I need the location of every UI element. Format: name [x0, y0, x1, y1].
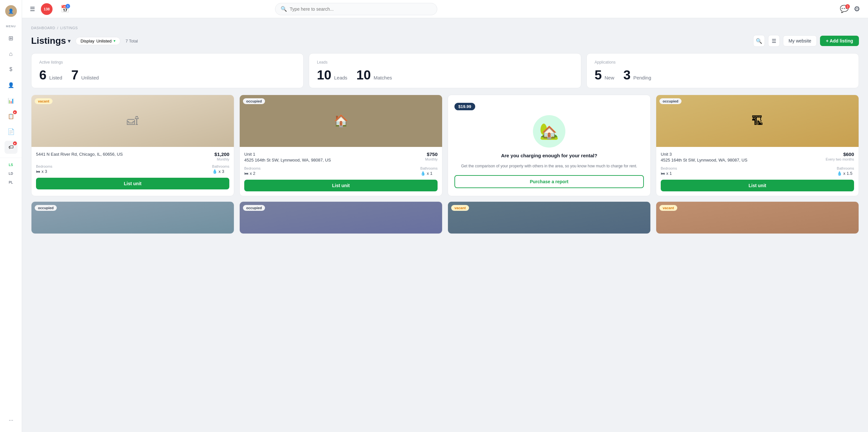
- add-listing-button[interactable]: + Add listing: [820, 36, 859, 46]
- breadcrumb-current: LISTINGS: [60, 26, 78, 30]
- active-listings-title: Active listings: [39, 60, 296, 65]
- bedrooms-group-2: Bedrooms 🛏 x 2: [244, 166, 260, 176]
- page-title-chevron[interactable]: ▾: [68, 38, 70, 44]
- unlisted-stat: 7 Unlisted: [71, 68, 99, 82]
- bathrooms-group-2: Bathrooms 💧 x 1: [421, 166, 438, 176]
- applications-title: Applications: [595, 60, 851, 65]
- sidebar-listings-badge: ●: [13, 142, 17, 145]
- listing-body-1: 5441 N East River Rd, Chicago, IL, 60656…: [31, 147, 234, 194]
- bottom-card-4: vacant: [656, 202, 859, 234]
- leads-values: 10 Leads 10 Matches: [317, 68, 573, 82]
- listing-body-4: Unit 3 4525 164th St SW, Lynnwood, WA, 9…: [656, 147, 859, 196]
- sidebar-item-home[interactable]: ⌂: [4, 48, 18, 60]
- bathrooms-group-4: Bathrooms 💧 x 1.5: [837, 166, 854, 176]
- breadcrumb-dashboard[interactable]: DASHBOARD: [31, 26, 55, 30]
- settings-button[interactable]: ⚙: [854, 5, 860, 13]
- display-label: Display: [81, 39, 94, 43]
- search-toggle-button[interactable]: 🔍: [753, 35, 765, 47]
- avatar[interactable]: 👤: [5, 5, 17, 17]
- alert-button[interactable]: 138: [40, 3, 53, 16]
- sidebar-item-finance[interactable]: $: [4, 63, 18, 76]
- shortcut-ls[interactable]: LS: [9, 162, 13, 168]
- promo-price-badge: $19.99: [455, 103, 475, 110]
- menu-label: MENU: [6, 25, 16, 28]
- bottom-badge-3: vacant: [451, 205, 469, 211]
- listing-price-amount-1: $1,200: [214, 151, 229, 157]
- shortcut-ld[interactable]: LD: [9, 171, 13, 177]
- bathrooms-label-1: Bathrooms: [212, 164, 229, 168]
- bottom-badge-2: occupied: [243, 205, 265, 211]
- bottom-card-3: vacant: [447, 202, 651, 234]
- page-title: Listings ▾: [31, 36, 70, 46]
- bathrooms-label-4: Bathrooms: [837, 166, 854, 170]
- listing-details-4: Bedrooms 🛏 x 1 Bathrooms 💧 x 1.5: [661, 166, 854, 176]
- sidebar-item-analytics[interactable]: 📊: [4, 94, 18, 107]
- listed-label: Listed: [49, 75, 62, 81]
- sidebar-item-alert[interactable]: 📋 ●: [4, 110, 18, 123]
- search-icon: 🔍: [281, 6, 287, 12]
- listing-details-2: Bedrooms 🛏 x 2 Bathrooms 💧 x 1: [244, 166, 438, 176]
- my-website-button[interactable]: My website: [783, 35, 817, 47]
- new-count: 5: [595, 68, 602, 82]
- list-unit-button-2[interactable]: List unit: [244, 180, 438, 191]
- list-unit-button-4[interactable]: List unit: [661, 180, 854, 191]
- listings-grid: ➜ 🛋 vacant 5441 N East River Rd, Chicago…: [31, 95, 859, 196]
- page-header-left: Listings ▾ Display Unlisted ▾ 7 Total: [31, 36, 138, 46]
- listing-badge-1: vacant: [35, 98, 53, 104]
- listing-address-2: Unit 1 4525 164th St SW, Lynnwood, WA, 9…: [244, 151, 331, 163]
- bathrooms-value-2: 💧 x 1: [421, 171, 438, 176]
- shortcut-pl[interactable]: PL: [9, 179, 13, 186]
- left-nav: 👤 MENU ⊞ ⌂ $ 👤 📊 📋 ● 📄 🏷 ● LS LD PL ⋯: [0, 0, 22, 432]
- sidebar-badge: ●: [13, 110, 17, 114]
- sidebar-item-documents[interactable]: 📄: [4, 125, 18, 138]
- content: DASHBOARD / LISTINGS Listings ▾ Display …: [22, 18, 868, 432]
- listing-address-1: 5441 N East River Rd, Chicago, IL, 60656…: [36, 151, 123, 157]
- bottom-badge-1: occupied: [35, 205, 57, 211]
- calendar-button[interactable]: 📅 1: [58, 3, 71, 16]
- topbar-right: 💬 2 ⚙: [840, 5, 860, 13]
- listing-price-1: $1,200 Monthly: [214, 151, 229, 161]
- list-view-button[interactable]: ☰: [768, 35, 780, 47]
- display-value: Unlisted: [96, 39, 112, 43]
- bathrooms-label-2: Bathrooms: [421, 166, 438, 170]
- leads-stat: 10 Leads: [317, 68, 347, 82]
- search-input[interactable]: [290, 6, 432, 12]
- unlisted-label: Unlisted: [81, 75, 99, 81]
- pending-count: 3: [623, 68, 630, 82]
- chat-button[interactable]: 💬 2: [840, 5, 848, 13]
- listing-body-2: Unit 1 4525 164th St SW, Lynnwood, WA, 9…: [240, 147, 442, 196]
- new-label: New: [604, 75, 614, 81]
- active-listings-values: 6 Listed 7 Unlisted: [39, 68, 296, 82]
- unlisted-count: 7: [71, 68, 79, 82]
- chat-badge: 2: [845, 4, 850, 9]
- listing-address-4: Unit 3 4525 164th St SW, Lynnwood, WA, 9…: [661, 151, 747, 163]
- bottom-preview-row: occupied occupied vacant vacant: [31, 202, 859, 234]
- topbar: ☰ 138 📅 1 🔍 💬 2 ⚙: [22, 0, 868, 18]
- matches-count: 10: [356, 68, 371, 82]
- pending-stat: 3 Pending: [623, 68, 651, 82]
- sidebar-item-dashboard[interactable]: ⊞: [4, 32, 18, 45]
- sidebar-item-more[interactable]: ⋯: [4, 414, 18, 427]
- list-unit-button-1[interactable]: List unit: [36, 178, 229, 189]
- applications-card: Applications 5 New 3 Pending: [586, 53, 859, 88]
- display-filter-chevron: ▾: [114, 39, 116, 43]
- listing-price-amount-2: $750: [427, 151, 438, 157]
- bedrooms-label-1: Bedrooms: [36, 164, 52, 168]
- sidebar-item-listings[interactable]: 🏷 ●: [4, 141, 18, 154]
- promo-house-image: 🏡: [533, 115, 565, 148]
- main-area: ☰ 138 📅 1 🔍 💬 2 ⚙ DASHBOARD / LISTINGS: [22, 0, 868, 432]
- purchase-report-button[interactable]: Purchase a report: [455, 175, 644, 188]
- bottom-card-2: occupied: [239, 202, 442, 234]
- page-header: Listings ▾ Display Unlisted ▾ 7 Total 🔍 …: [31, 35, 859, 47]
- pending-label: Pending: [633, 75, 651, 81]
- bathrooms-value-1: 💧 x 3: [212, 169, 229, 174]
- search-bar[interactable]: 🔍: [275, 3, 437, 15]
- listing-image-4: 🏗 occupied: [656, 95, 859, 147]
- leads-card: Leads 10 Leads 10 Matches: [309, 53, 581, 88]
- sidebar-item-users[interactable]: 👤: [4, 79, 18, 91]
- hamburger-icon[interactable]: ☰: [30, 5, 35, 13]
- page-title-text: Listings: [31, 36, 66, 46]
- display-filter[interactable]: Display Unlisted ▾: [75, 37, 120, 45]
- breadcrumb: DASHBOARD / LISTINGS: [31, 26, 859, 30]
- bedrooms-label-2: Bedrooms: [244, 166, 260, 170]
